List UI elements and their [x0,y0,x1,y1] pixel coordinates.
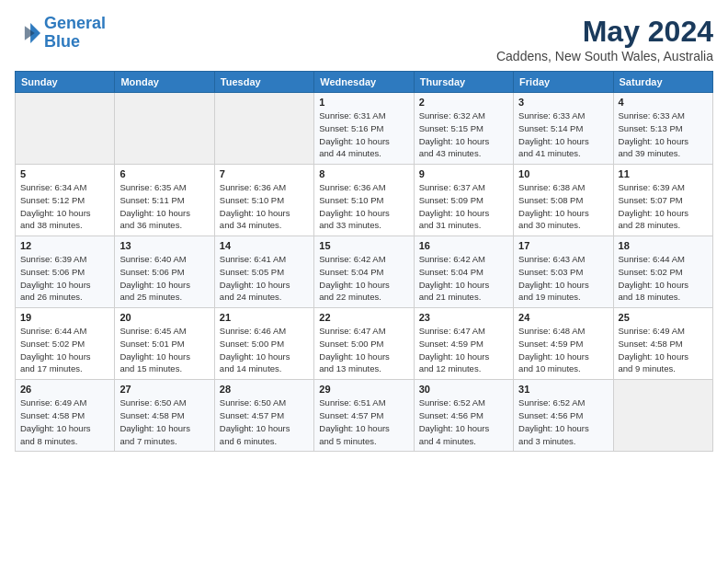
logo-line2: Blue [44,32,80,51]
table-row: 19Sunrise: 6:44 AM Sunset: 5:02 PM Dayli… [16,308,115,380]
day-info: Sunrise: 6:43 AM Sunset: 5:03 PM Dayligh… [518,253,608,304]
day-number: 31 [518,384,608,395]
day-info: Sunrise: 6:49 AM Sunset: 4:58 PM Dayligh… [20,396,109,447]
day-info: Sunrise: 6:41 AM Sunset: 5:05 PM Dayligh… [220,253,309,304]
day-number: 27 [119,384,209,395]
table-row: 8Sunrise: 6:36 AM Sunset: 5:10 PM Daylig… [314,165,414,236]
table-row: 17Sunrise: 6:43 AM Sunset: 5:03 PM Dayli… [514,236,613,308]
table-row: 30Sunrise: 6:52 AM Sunset: 4:56 PM Dayli… [414,380,513,452]
table-row: 5Sunrise: 6:34 AM Sunset: 5:12 PM Daylig… [16,165,115,236]
day-number: 2 [419,97,508,108]
day-number: 23 [419,312,508,323]
logo-line1: General [44,14,106,32]
table-row: 11Sunrise: 6:39 AM Sunset: 5:07 PM Dayli… [613,165,712,236]
calendar-week-row: 1Sunrise: 6:31 AM Sunset: 5:16 PM Daylig… [16,93,713,165]
table-row: 25Sunrise: 6:49 AM Sunset: 4:58 PM Dayli… [613,308,712,380]
day-info: Sunrise: 6:47 AM Sunset: 4:59 PM Dayligh… [419,325,508,375]
table-row: 16Sunrise: 6:42 AM Sunset: 5:04 PM Dayli… [414,236,513,308]
day-info: Sunrise: 6:37 AM Sunset: 5:09 PM Dayligh… [419,181,508,232]
day-info: Sunrise: 6:31 AM Sunset: 5:16 PM Dayligh… [319,109,408,160]
table-row: 22Sunrise: 6:47 AM Sunset: 5:00 PM Dayli… [314,308,414,380]
table-row: 15Sunrise: 6:42 AM Sunset: 5:04 PM Dayli… [314,236,414,308]
header-wednesday: Wednesday [314,72,414,93]
calendar-week-row: 26Sunrise: 6:49 AM Sunset: 4:58 PM Dayli… [16,380,713,452]
day-info: Sunrise: 6:34 AM Sunset: 5:12 PM Dayligh… [20,181,109,232]
day-number: 16 [419,240,508,251]
day-number: 12 [20,240,109,251]
table-row: 1Sunrise: 6:31 AM Sunset: 5:16 PM Daylig… [314,93,414,165]
day-number: 20 [119,312,209,323]
day-info: Sunrise: 6:36 AM Sunset: 5:10 PM Dayligh… [319,181,408,232]
day-number: 28 [220,384,309,395]
day-info: Sunrise: 6:45 AM Sunset: 5:01 PM Dayligh… [119,325,209,375]
header-sunday: Sunday [16,72,115,93]
day-number: 25 [619,312,708,323]
day-number: 6 [119,168,209,179]
location-subtitle: Caddens, New South Wales, Australia [496,49,713,63]
calendar-header-row: Sunday Monday Tuesday Wednesday Thursday… [16,72,713,93]
day-info: Sunrise: 6:35 AM Sunset: 5:11 PM Dayligh… [119,181,209,232]
table-row: 4Sunrise: 6:33 AM Sunset: 5:13 PM Daylig… [613,93,712,165]
day-number: 15 [319,240,408,251]
day-number: 5 [20,168,109,179]
header-tuesday: Tuesday [214,72,313,93]
day-info: Sunrise: 6:39 AM Sunset: 5:07 PM Dayligh… [619,181,708,232]
day-number: 8 [319,168,408,179]
day-number: 18 [619,240,708,251]
table-row: 10Sunrise: 6:38 AM Sunset: 5:08 PM Dayli… [514,165,613,236]
day-number: 10 [518,168,608,179]
table-row [16,93,115,165]
table-row: 3Sunrise: 6:33 AM Sunset: 5:14 PM Daylig… [514,93,613,165]
day-number: 24 [518,312,608,323]
day-info: Sunrise: 6:33 AM Sunset: 5:13 PM Dayligh… [619,109,708,160]
table-row: 24Sunrise: 6:48 AM Sunset: 4:59 PM Dayli… [514,308,613,380]
day-info: Sunrise: 6:50 AM Sunset: 4:57 PM Dayligh… [220,396,309,447]
table-row: 13Sunrise: 6:40 AM Sunset: 5:06 PM Dayli… [115,236,214,308]
day-info: Sunrise: 6:51 AM Sunset: 4:57 PM Dayligh… [319,396,408,447]
day-info: Sunrise: 6:40 AM Sunset: 5:06 PM Dayligh… [119,253,209,304]
header-monday: Monday [115,72,214,93]
calendar-week-row: 12Sunrise: 6:39 AM Sunset: 5:06 PM Dayli… [16,236,713,308]
day-info: Sunrise: 6:39 AM Sunset: 5:06 PM Dayligh… [20,253,109,304]
table-row: 28Sunrise: 6:50 AM Sunset: 4:57 PM Dayli… [214,380,313,452]
table-row: 9Sunrise: 6:37 AM Sunset: 5:09 PM Daylig… [414,165,513,236]
day-number: 29 [319,384,408,395]
day-info: Sunrise: 6:47 AM Sunset: 5:00 PM Dayligh… [319,325,408,375]
table-row: 21Sunrise: 6:46 AM Sunset: 5:00 PM Dayli… [214,308,313,380]
table-row: 18Sunrise: 6:44 AM Sunset: 5:02 PM Dayli… [613,236,712,308]
table-row [613,380,712,452]
day-info: Sunrise: 6:52 AM Sunset: 4:56 PM Dayligh… [518,396,608,447]
table-row: 26Sunrise: 6:49 AM Sunset: 4:58 PM Dayli… [16,380,115,452]
day-number: 1 [319,97,408,108]
table-row: 29Sunrise: 6:51 AM Sunset: 4:57 PM Dayli… [314,380,414,452]
day-number: 7 [220,168,309,179]
page-header: General Blue May 2024 Caddens, New South… [15,15,713,63]
day-number: 4 [619,97,708,108]
calendar-week-row: 19Sunrise: 6:44 AM Sunset: 5:02 PM Dayli… [16,308,713,380]
day-info: Sunrise: 6:32 AM Sunset: 5:15 PM Dayligh… [419,109,508,160]
day-number: 26 [20,384,109,395]
day-info: Sunrise: 6:44 AM Sunset: 5:02 PM Dayligh… [20,325,109,375]
day-info: Sunrise: 6:42 AM Sunset: 5:04 PM Dayligh… [419,253,508,304]
day-info: Sunrise: 6:36 AM Sunset: 5:10 PM Dayligh… [220,181,309,232]
day-number: 30 [419,384,508,395]
day-info: Sunrise: 6:48 AM Sunset: 4:59 PM Dayligh… [518,325,608,375]
table-row: 20Sunrise: 6:45 AM Sunset: 5:01 PM Dayli… [115,308,214,380]
table-row: 27Sunrise: 6:50 AM Sunset: 4:58 PM Dayli… [115,380,214,452]
day-info: Sunrise: 6:33 AM Sunset: 5:14 PM Dayligh… [518,109,608,160]
logo: General Blue [15,15,106,52]
header-friday: Friday [514,72,613,93]
logo-icon [15,20,40,46]
table-row: 12Sunrise: 6:39 AM Sunset: 5:06 PM Dayli… [16,236,115,308]
day-info: Sunrise: 6:49 AM Sunset: 4:58 PM Dayligh… [619,325,708,375]
day-number: 21 [220,312,309,323]
day-number: 14 [220,240,309,251]
table-row: 14Sunrise: 6:41 AM Sunset: 5:05 PM Dayli… [214,236,313,308]
day-number: 3 [518,97,608,108]
calendar-table: Sunday Monday Tuesday Wednesday Thursday… [15,71,713,452]
table-row: 7Sunrise: 6:36 AM Sunset: 5:10 PM Daylig… [214,165,313,236]
day-number: 22 [319,312,408,323]
day-info: Sunrise: 6:38 AM Sunset: 5:08 PM Dayligh… [518,181,608,232]
day-info: Sunrise: 6:50 AM Sunset: 4:58 PM Dayligh… [119,396,209,447]
title-block: May 2024 Caddens, New South Wales, Austr… [496,15,713,63]
